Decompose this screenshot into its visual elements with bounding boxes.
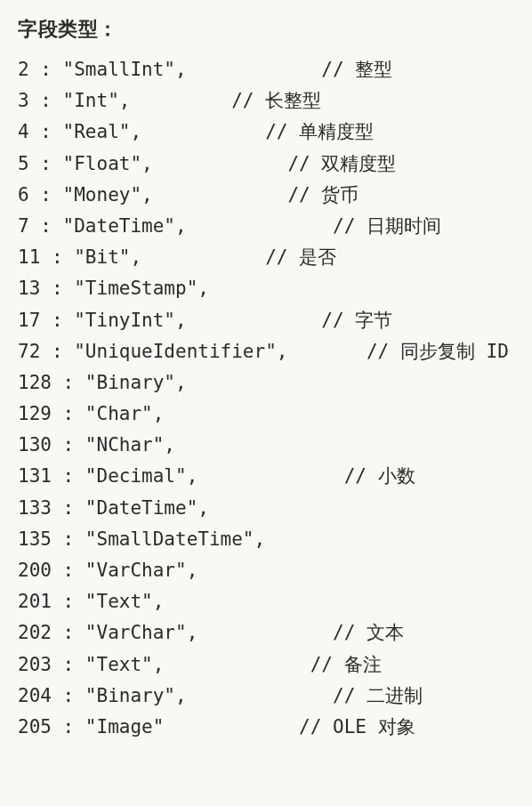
- field-type-row: 4 : "Real", // 单精度型: [18, 123, 514, 141]
- field-type-row: 2 : "SmallInt", // 整型: [18, 60, 514, 79]
- field-type-row: 204 : "Binary", // 二进制: [18, 687, 514, 705]
- field-type-row: 7 : "DateTime", // 日期时间: [18, 217, 514, 236]
- section-title: 字段类型：: [18, 20, 514, 39]
- field-type-row: 129 : "Char",: [18, 405, 514, 423]
- field-type-row: 200 : "VarChar",: [18, 561, 514, 580]
- field-type-row: 203 : "Text", // 备注: [18, 656, 514, 674]
- field-type-row: 205 : "Image" // OLE 对象: [18, 718, 514, 737]
- field-type-list: 2 : "SmallInt", // 整型3 : "Int", // 长整型4 …: [18, 60, 514, 737]
- field-type-row: 202 : "VarChar", // 文本: [18, 624, 514, 642]
- field-type-row: 3 : "Int", // 长整型: [18, 92, 514, 110]
- field-type-row: 72 : "UniqueIdentifier", // 同步复制 ID: [18, 343, 514, 361]
- field-type-row: 17 : "TinyInt", // 字节: [18, 311, 514, 330]
- field-type-row: 131 : "Decimal", // 小数: [18, 467, 514, 486]
- field-type-row: 130 : "NChar",: [18, 436, 514, 455]
- field-type-row: 11 : "Bit", // 是否: [18, 248, 514, 267]
- field-type-row: 6 : "Money", // 货币: [18, 186, 514, 205]
- field-type-row: 5 : "Float", // 双精度型: [18, 155, 514, 173]
- field-type-row: 133 : "DateTime",: [18, 499, 514, 518]
- field-type-row: 135 : "SmallDateTime",: [18, 530, 514, 549]
- field-type-row: 13 : "TimeStamp",: [18, 279, 514, 298]
- field-type-row: 128 : "Binary",: [18, 374, 514, 392]
- field-type-row: 201 : "Text",: [18, 592, 514, 611]
